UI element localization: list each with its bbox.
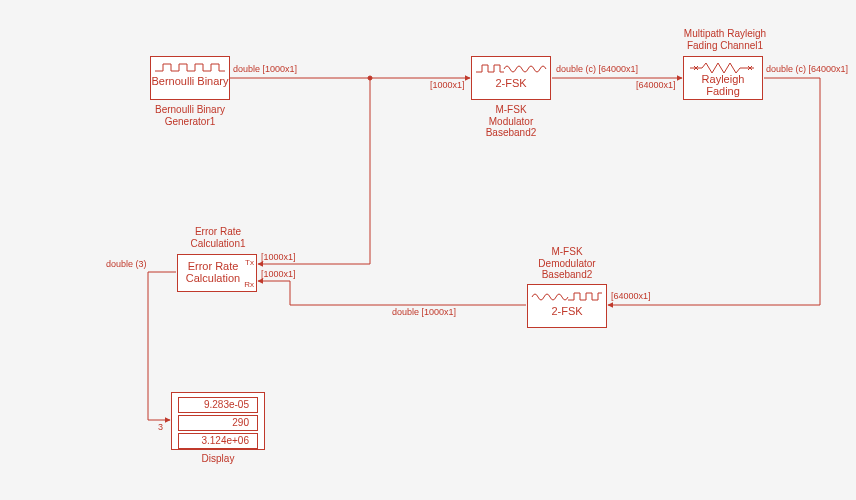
block-title: Bernoulli Binary <box>151 75 229 87</box>
block-label-errorrate: Error Rate Calculation1 <box>175 226 261 249</box>
block-mfsk-modulator[interactable]: 2-FSK <box>471 56 551 100</box>
signal-label: 3 <box>158 422 163 432</box>
port-tx-label: Tx <box>245 258 254 267</box>
block-error-rate-calculation[interactable]: Error Rate Calculation Tx Rx <box>177 254 257 292</box>
block-label-channel: Multipath Rayleigh Fading Channel1 <box>670 28 780 51</box>
port-rx-label: Rx <box>244 280 254 289</box>
block-bernoulli-binary[interactable]: Bernoulli Binary <box>150 56 230 100</box>
block-title: 2-FSK <box>472 77 550 89</box>
block-title: 2-FSK <box>528 305 606 317</box>
display-row: 3.124e+06 <box>178 433 258 449</box>
simulink-canvas[interactable]: { "colors": { "stroke": "#c0392b", "bg":… <box>0 0 856 500</box>
signal-label: [64000x1] <box>636 80 676 90</box>
signal-label: double (c) [64000x1] <box>766 64 848 74</box>
square-wave-icon <box>151 60 229 74</box>
block-label-display: Display <box>171 453 265 465</box>
block-title: Error Rate Calculation <box>180 260 246 284</box>
display-row: 9.283e-05 <box>178 397 258 413</box>
block-label-demodulator: M-FSK Demodulator Baseband2 <box>522 246 612 281</box>
signal-label: double [1000x1] <box>233 64 297 74</box>
signal-label: double (3) <box>106 259 147 269</box>
signal-label: [1000x1] <box>261 252 296 262</box>
signal-label: [64000x1] <box>611 291 651 301</box>
block-title: Rayleigh Fading <box>684 74 762 97</box>
block-label-bernoulli: Bernoulli Binary Generator1 <box>140 104 240 127</box>
signal-label: [1000x1] <box>261 269 296 279</box>
signal-label: [1000x1] <box>430 80 465 90</box>
block-mfsk-demodulator[interactable]: 2-FSK <box>527 284 607 328</box>
fsk-wave-icon <box>528 288 606 304</box>
resistor-icon <box>684 60 762 74</box>
svg-point-0 <box>368 76 372 80</box>
block-rayleigh-channel[interactable]: Rayleigh Fading <box>683 56 763 100</box>
signal-label: double [1000x1] <box>392 307 456 317</box>
block-label-modulator: M-FSK Modulator Baseband2 <box>466 104 556 139</box>
fsk-wave-icon <box>472 60 550 76</box>
display-row: 290 <box>178 415 258 431</box>
signal-label: double (c) [64000x1] <box>556 64 638 74</box>
block-display[interactable]: 9.283e-05 290 3.124e+06 <box>171 392 265 450</box>
